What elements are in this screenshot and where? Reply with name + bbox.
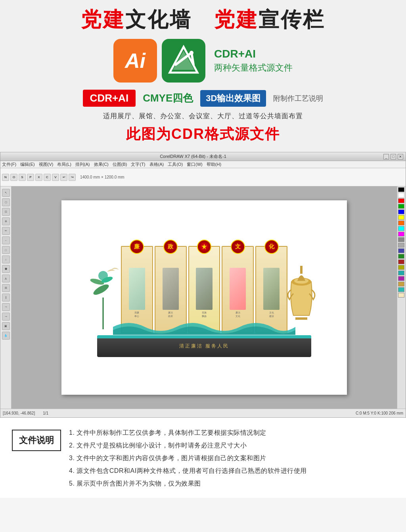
toolbar-copy[interactable]: C [44,174,51,181]
tool-select[interactable]: ↖ [2,189,10,197]
tool-rect[interactable]: □ [2,246,10,254]
cdr-svg-icon [166,43,201,79]
color-lightgray[interactable] [398,243,404,248]
panel-circle-2: 政 [163,240,178,254]
tool-shape[interactable]: ⬡ [2,198,10,206]
cdr-headline: 此图为CDR格式源文件 [8,125,398,144]
color-black[interactable] [398,187,404,192]
svg-rect-11 [295,317,307,320]
color-orange[interactable] [398,221,404,225]
sw-menubar: 文件(F) 编辑(E) 视图(V) 布局(L) 排列(A) 效果(C) 位图(B… [0,161,406,168]
tool-text[interactable]: A [2,275,10,282]
page-wrapper: 党建文化墙 党建宣传栏 Ai CDR+ [0,0,406,498]
dimension: × 1200.0 mm [101,175,124,179]
sw-canvas: 廉 清廉奉公 政 廉洁政府 [61,200,347,395]
menu-layout[interactable]: 布局(L) [57,161,71,167]
toolbar-print[interactable]: P [27,174,34,181]
sw-left-panel: ↖ ⬡ ⊡ ⊕ ✏ ~ □ ○ ⬟ A ⊞ ∥ ⤳ ⊸ ▣ 💧 [0,186,11,409]
color-cream[interactable] [398,293,404,298]
menu-arrange[interactable]: 排列(A) [75,161,90,167]
color-white[interactable] [398,193,404,198]
toolbar-save[interactable]: S [19,174,26,181]
tool-smart[interactable]: ~ [2,236,10,244]
menu-window[interactable]: 窗口(W) [187,161,203,167]
tool-parallel[interactable]: ∥ [2,294,10,302]
tool-freehand[interactable]: ✏ [2,227,10,235]
wall-display: 廉 清廉奉公 政 廉洁政府 [89,238,319,357]
tool-zoom[interactable]: ⊕ [2,217,10,225]
top-section: 党建文化墙 党建宣传栏 Ai CDR+ [0,0,406,152]
icons-row: Ai CDR+AI 两种矢量格式源文件 [8,39,398,83]
sw-controls[interactable]: _ □ ✕ [383,154,403,159]
title-part2: 文化墙 [125,8,192,31]
sw-close[interactable]: ✕ [398,154,403,159]
panel-img-4 [230,268,246,310]
menu-help[interactable]: 帮助(H) [207,161,221,167]
tag-note: 附制作工艺说明 [273,94,323,103]
sw-body: ↖ ⬡ ⊡ ⊕ ✏ ~ □ ○ ⬟ A ⊞ ∥ ⤳ ⊸ ▣ 💧 [0,186,406,409]
color-olive[interactable] [398,265,404,270]
menu-effect[interactable]: 效果(C) [94,161,109,167]
sw-canvas-area[interactable]: 廉 清廉奉公 政 廉洁政府 [11,186,397,409]
tool-measure[interactable]: ⊸ [2,313,10,321]
color-magenta[interactable] [398,232,404,236]
title-part1: 党建 [81,8,125,31]
cdr-icon [162,39,205,83]
color-darkred[interactable] [398,259,404,264]
color-cyan[interactable] [398,226,404,231]
note-item-3: 3. 文件中的文字和图片内容仅供参考，图片请根据自己的文案和图片 [69,452,394,465]
color-blue[interactable] [398,209,404,214]
toolbar-undo[interactable]: ↩ [60,174,67,181]
color-green[interactable] [398,204,404,209]
menu-bitmap[interactable]: 位图(B) [113,161,127,167]
toolbar-paste[interactable]: V [52,174,59,181]
color-gold[interactable] [398,282,404,286]
color-turquoise[interactable] [398,287,404,292]
toolbar-cut[interactable]: X [35,174,42,181]
tag-cmye: CMYE四色 [143,91,193,105]
color-darkblue[interactable] [398,248,404,253]
color-teal[interactable] [398,271,404,275]
note-item-5: 5. 展示页中所含图片并不为实物，仅为效果图 [69,477,394,490]
ai-icon-text: Ai [125,50,146,71]
teal-wave [113,315,295,336]
tool-polygon[interactable]: ⬟ [2,265,10,273]
menu-edit[interactable]: 编辑(E) [20,161,35,167]
color-yellow[interactable] [398,215,404,220]
notes-label: 文件说明 [12,430,61,451]
sw-title-text: CorelDRAW X7 (64-Bit) - 未命名-1 [3,154,383,159]
toolbar-redo[interactable]: ↪ [69,174,76,181]
tool-ellipse[interactable]: ○ [2,255,10,263]
note-item-1: 1. 文件中所标制作工艺仅供参考，具体制作工艺要根据实际情况制定 [69,426,394,439]
main-title: 党建文化墙 党建宣传栏 [8,7,398,32]
toolbar-new[interactable]: N [2,174,9,181]
sw-minimize[interactable]: _ [383,154,389,159]
sw-titlebar: CorelDRAW X7 (64-Bit) - 未命名-1 _ □ ✕ [0,152,406,161]
tool-table[interactable]: ⊞ [2,284,10,292]
tool-fill[interactable]: ▣ [2,322,10,330]
menu-file[interactable]: 文件(F) [2,161,16,167]
panel-circle-5: 化 [264,240,279,254]
tool-connector[interactable]: ⤳ [2,303,10,311]
menu-text[interactable]: 文字(T) [131,161,145,167]
format-line1: CDR+AI [214,48,293,60]
color-red[interactable] [398,198,404,203]
usage-text: 适用展厅、展馆、办公室、会议室、大厅、过道等公共墙面布置 [8,111,398,121]
menu-table[interactable]: 表格(A) [149,161,164,167]
svg-rect-14 [300,266,303,274]
color-darkgreen[interactable] [398,254,404,259]
status-page: 1/1 [43,411,48,415]
menu-view[interactable]: 视图(V) [39,161,54,167]
color-purple[interactable] [398,276,404,281]
zoom-level: 1400.0 mm [80,175,100,179]
ai-icon: Ai [113,39,157,83]
notes-list: 1. 文件中所标制作工艺仅供参考，具体制作工艺要根据实际情况制定 2. 文件尺寸… [69,426,394,490]
tool-eyedrop[interactable]: 💧 [2,332,10,340]
menu-tools[interactable]: 工具(O) [168,161,183,167]
toolbar-open[interactable]: O [10,174,17,181]
status-coords: [164.930, -46.862] [3,411,35,415]
tool-crop[interactable]: ⊡ [2,208,10,216]
color-gray[interactable] [398,237,404,242]
sw-maximize[interactable]: □ [391,154,396,159]
sw-statusbar: [164.930, -46.862] 1/1 C:0 M:5 Y:0 K:100… [0,409,406,417]
